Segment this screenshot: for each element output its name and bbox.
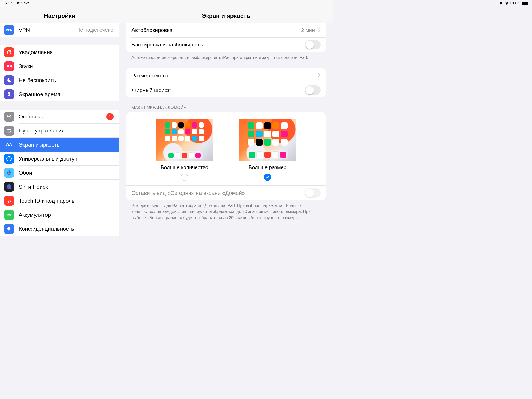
settings-sidebar: Настройки VPNVPNНе подключеноУведомления… [0, 0, 119, 249]
sidebar-item-label: Пункт управления [19, 128, 115, 134]
sidebar-item-dnd[interactable]: Не беспокоить [0, 73, 119, 87]
siri-icon [4, 182, 14, 192]
sidebar-item-accessibility[interactable]: Универсальный доступ [0, 152, 119, 166]
vpn-icon: VPN [4, 25, 14, 35]
row-text-size[interactable]: Размер текста [126, 68, 326, 83]
moon-icon [4, 75, 14, 85]
sidebar-item-status: Не подключено [76, 27, 114, 33]
status-date: Пт 4 окт. [15, 1, 30, 5]
lockunlock-label: Блокировка и разблокировка [131, 42, 305, 48]
autolock-value: 2 мин [301, 27, 315, 33]
sidebar-item-label: Экранное время [19, 91, 115, 97]
sidebar-item-battery[interactable]: Аккумулятор [0, 208, 119, 222]
sidebar-item-vpn[interactable]: VPNVPNНе подключено [0, 23, 119, 37]
sidebar-item-display[interactable]: AAЭкран и яркость [0, 138, 119, 152]
svg-point-16 [7, 184, 11, 189]
status-time: 07:14 [4, 1, 13, 5]
row-autolock[interactable]: Автоблокировка 2 мин [126, 23, 326, 37]
svg-point-8 [10, 131, 11, 132]
sidebar-item-screentime[interactable]: Экранное время [0, 87, 119, 101]
home-layout-note: Выберите макет для Вашего экрана «Домой»… [126, 200, 326, 221]
group-text: Размер текста Жирный шрифт [126, 68, 326, 97]
preview-bigger [239, 119, 296, 161]
sidebar-item-label: Аккумулятор [19, 212, 115, 218]
finger-icon [4, 196, 14, 206]
sidebar-item-label: Конфиденциальность [19, 226, 115, 232]
lockunlock-switch[interactable] [305, 40, 321, 49]
sidebar-item-label: Звуки [19, 63, 115, 69]
preview-more [156, 119, 213, 161]
hand-icon [4, 224, 14, 234]
toggles-icon [4, 126, 14, 136]
home-layout-header: МАКЕТ ЭКРАНА «ДОМОЙ» [126, 97, 326, 112]
sidebar-item-touchid[interactable]: Touch ID и код-пароль [0, 194, 119, 208]
sidebar-item-siri[interactable]: Siri и Поиск [0, 180, 119, 194]
layout-bigger-radio[interactable] [264, 174, 271, 181]
svg-rect-18 [8, 214, 10, 215]
sidebar-item-label: Обои [19, 170, 115, 176]
group-home-layout: Больше количество Больше размер [126, 112, 326, 200]
svg-point-4 [8, 116, 10, 117]
lockunlock-note: Автоматически блокировать и разблокирова… [126, 52, 326, 61]
sidebar-item-label: Основные [19, 114, 106, 120]
layout-option-bigger[interactable]: Больше размер [239, 119, 296, 181]
layout-option-more[interactable]: Больше количество [156, 119, 213, 181]
aa-icon: AA [4, 140, 14, 150]
sidebar-item-general[interactable]: Основные1 [0, 110, 119, 124]
flower-icon [4, 168, 14, 178]
sidebar-item-label: Siri и Поиск [19, 184, 115, 190]
sidebar-item-sounds[interactable]: Звуки [0, 59, 119, 73]
row-lock-unlock[interactable]: Блокировка и разблокировка [126, 37, 326, 52]
hourglass-icon [4, 89, 14, 99]
autolock-label: Автоблокировка [131, 27, 301, 33]
speaker-icon [4, 61, 14, 71]
sidebar-item-label: Не беспокоить [19, 77, 115, 83]
svg-point-7 [8, 129, 9, 130]
sidebar-item-wallpaper[interactable]: Обои [0, 166, 119, 180]
sidebar-item-notifications[interactable]: Уведомления [0, 45, 119, 59]
sidebar-item-privacy[interactable]: Конфиденциальность [0, 222, 119, 236]
bold-switch[interactable] [305, 85, 321, 95]
svg-point-13 [8, 174, 10, 175]
battery-icon [4, 210, 14, 220]
today-label: Оставить вид «Сегодня» на экране «Домой» [131, 190, 305, 196]
sidebar-item-label: Touch ID и код-пароль [19, 198, 115, 204]
svg-point-12 [8, 170, 10, 172]
svg-rect-19 [11, 214, 11, 215]
bold-label: Жирный шрифт [131, 87, 305, 93]
row-bold-text[interactable]: Жирный шрифт [126, 83, 326, 97]
sidebar-item-label: VPN [19, 27, 76, 33]
sidebar-title: Настройки [44, 12, 75, 19]
sidebar-item-label: Экран и яркость [19, 142, 115, 148]
status-bar: 07:14 Пт 4 окт. 100 % [0, 0, 332, 6]
detail-pane: Экран и яркость Автоблокировка 2 мин Бло… [119, 0, 332, 249]
row-today-view: Оставить вид «Сегодня» на экране «Домой» [126, 185, 326, 200]
sidebar-item-label: Универсальный доступ [19, 156, 115, 162]
today-switch [305, 188, 321, 198]
gear-icon [4, 112, 14, 122]
svg-point-15 [10, 172, 11, 174]
sidebar-item-label: Уведомления [19, 49, 115, 55]
chevron-right-icon [318, 27, 321, 33]
layout-more-label: Больше количество [161, 164, 208, 170]
svg-point-14 [7, 172, 8, 174]
bell-icon [4, 47, 14, 57]
sidebar-item-control[interactable]: Пункт управления [0, 124, 119, 138]
svg-point-10 [9, 157, 10, 159]
svg-point-11 [8, 172, 10, 174]
group-lock: Автоблокировка 2 мин Блокировка и разбло… [126, 23, 326, 52]
textsize-label: Размер текста [131, 72, 318, 79]
svg-point-3 [9, 50, 11, 52]
chevron-right-icon [318, 73, 321, 78]
layout-bigger-label: Больше размер [249, 164, 287, 170]
person-icon [4, 154, 14, 164]
layout-more-radio[interactable] [181, 174, 188, 181]
detail-title: Экран и яркость [202, 12, 250, 19]
sidebar-badge: 1 [106, 113, 114, 120]
